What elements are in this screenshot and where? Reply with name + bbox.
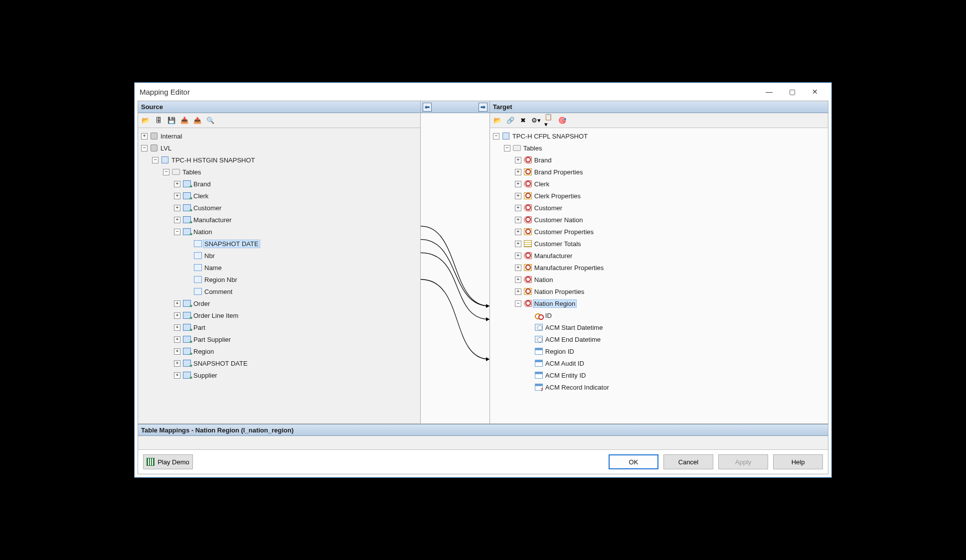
- open-icon[interactable]: 📂: [140, 115, 151, 126]
- map-options-icon[interactable]: ⚙▾: [531, 115, 542, 126]
- mapping-panel: ⬅ ➡: [421, 101, 489, 423]
- tree-node-label: Order: [193, 300, 210, 307]
- help-button[interactable]: Help: [773, 454, 823, 469]
- tree-node-label: Part: [193, 324, 205, 331]
- filter-icon[interactable]: 📋▾: [544, 115, 555, 126]
- unmap-icon[interactable]: ✖: [518, 115, 529, 126]
- tree-node-src-table[interactable]: +Part: [138, 321, 420, 333]
- tree-node-tgt-item[interactable]: +Manufacturer: [490, 250, 828, 262]
- tree-node-label: Customer Nation: [534, 216, 583, 224]
- save-icon[interactable]: 💾: [166, 115, 177, 126]
- tree-node-tables[interactable]: −Tables: [138, 166, 420, 178]
- target-open-icon[interactable]: 📂: [492, 115, 503, 126]
- tree-node-internal[interactable]: +Internal: [138, 130, 420, 142]
- tree-node-src-table[interactable]: +Clerk: [138, 190, 420, 202]
- tree-node-label: Name: [204, 264, 222, 272]
- tree-node-tgt-item[interactable]: +Nation Properties: [490, 285, 828, 297]
- tree-node-label: Supplier: [193, 372, 217, 379]
- target-panel: Target 📂 🔗 ✖ ⚙▾ 📋▾ 🎯 −TPC-H CFPL SNAPSHO…: [490, 101, 828, 423]
- tree-node-target-tables[interactable]: −Tables: [490, 142, 828, 154]
- tree-node-tgt-item[interactable]: +Clerk Properties: [490, 190, 828, 202]
- tree-node-src-table[interactable]: +Manufacturer: [138, 214, 420, 226]
- target-panel-header: Target: [490, 101, 828, 113]
- tree-node-src-column[interactable]: Nbr: [138, 250, 420, 262]
- tree-node-src-column[interactable]: Comment: [138, 285, 420, 297]
- tree-node-src-column[interactable]: Name: [138, 262, 420, 274]
- tree-node-label: Region: [193, 348, 214, 355]
- tree-node-src-column[interactable]: Region Nbr: [138, 274, 420, 285]
- tree-node-label: Manufacturer: [193, 216, 232, 224]
- map-left-button[interactable]: ⬅: [423, 103, 432, 112]
- help-label: Help: [792, 458, 805, 466]
- tree-node-tgt-item[interactable]: +Customer Nation: [490, 214, 828, 226]
- tree-node-label: Clerk Properties: [534, 192, 581, 200]
- tree-node-tgt-item[interactable]: +Nation: [490, 274, 828, 285]
- window-controls: — ▢ ✕: [758, 84, 826, 99]
- mapping-editor-window: Mapping Editor — ▢ ✕ Source 📂 🗄 💾 📥 📤 🔍: [134, 82, 832, 478]
- source-panel: Source 📂 🗄 💾 📥 📤 🔍 +Internal −LVL −TPC-H: [138, 101, 421, 423]
- tree-node-label: Clerk: [193, 192, 208, 200]
- close-button[interactable]: ✕: [804, 84, 826, 99]
- tree-node-src-column[interactable]: SNAPSHOT DATE: [138, 238, 420, 250]
- map-right-button[interactable]: ➡: [479, 103, 487, 112]
- tree-node-tgt-item[interactable]: +Customer: [490, 202, 828, 214]
- target-toolbar: 📂 🔗 ✖ ⚙▾ 📋▾ 🎯: [490, 113, 828, 128]
- tree-node-label: Clerk: [534, 180, 549, 188]
- tree-node-label: ACM End Datetime: [545, 336, 601, 343]
- tree-node-tgt-column[interactable]: ACM Audit ID: [490, 357, 828, 369]
- tree-node-src-table[interactable]: +Supplier: [138, 369, 420, 381]
- tree-node-label: SNAPSHOT DATE: [193, 360, 248, 367]
- tree-node-tgt-item[interactable]: +Customer Properties: [490, 226, 828, 238]
- table-mappings-header: Table Mappings - Nation Region (l_nation…: [138, 424, 828, 436]
- mapping-lines-svg: [421, 113, 489, 423]
- tree-node-label: ACM Audit ID: [545, 360, 584, 367]
- tree-node-tgt-item[interactable]: +Manufacturer Properties: [490, 262, 828, 274]
- cancel-button[interactable]: Cancel: [663, 454, 713, 469]
- tree-node-tgt-item[interactable]: +Brand Properties: [490, 166, 828, 178]
- tree-node-label: Brand: [534, 156, 552, 164]
- tree-node-src-table[interactable]: +SNAPSHOT DATE: [138, 357, 420, 369]
- tree-node-src-table[interactable]: +Order: [138, 297, 420, 309]
- tree-node-tgt-column[interactable]: ACM Entity ID: [490, 369, 828, 381]
- tree-node-src-table[interactable]: +Region: [138, 345, 420, 357]
- tree-node-tgt-column[interactable]: ACM End Datetime: [490, 333, 828, 345]
- maximize-button[interactable]: ▢: [781, 84, 804, 99]
- tree-node-snapshot[interactable]: −TPC-H HSTGIN SNAPSHOT: [138, 154, 420, 166]
- tree-node-tgt-item[interactable]: +Customer Totals: [490, 238, 828, 250]
- minimize-button[interactable]: —: [758, 84, 781, 99]
- tree-node-tgt-column[interactable]: ACM Record Indicator: [490, 381, 828, 393]
- target-tree[interactable]: −TPC-H CFPL SNAPSHOT −Tables +Brand+Bran…: [490, 128, 828, 423]
- table-mappings-body: [138, 436, 828, 450]
- tree-node-src-table[interactable]: +Brand: [138, 178, 420, 190]
- automap-icon[interactable]: 🔗: [505, 115, 516, 126]
- tree-node-src-table[interactable]: +Customer: [138, 202, 420, 214]
- tree-node-label: ACM Record Indicator: [545, 384, 609, 391]
- tree-node-tgt-item[interactable]: +Brand: [490, 154, 828, 166]
- tree-node-label: Manufacturer: [534, 252, 573, 260]
- tree-node-target-snapshot[interactable]: −TPC-H CFPL SNAPSHOT: [490, 130, 828, 142]
- play-demo-button[interactable]: Play Demo: [143, 454, 193, 469]
- tree-node-lvl[interactable]: −LVL: [138, 142, 420, 154]
- tree-node-label: Nation Properties: [534, 288, 584, 295]
- find-icon[interactable]: 🔍: [205, 115, 216, 126]
- import-icon[interactable]: 📥: [179, 115, 190, 126]
- cancel-label: Cancel: [678, 458, 698, 466]
- tree-node-label: ACM Start Datetime: [545, 324, 603, 331]
- tree-node-label: Brand Properties: [534, 168, 583, 176]
- tree-node-label: Order Line Item: [193, 312, 238, 319]
- tree-node-tgt-item[interactable]: +Clerk: [490, 178, 828, 190]
- export-icon[interactable]: 📤: [192, 115, 203, 126]
- source-tree[interactable]: +Internal −LVL −TPC-H HSTGIN SNAPSHOT −T…: [138, 128, 420, 423]
- ok-button[interactable]: OK: [609, 454, 658, 469]
- tree-node-tgt-column[interactable]: Region ID: [490, 345, 828, 357]
- validate-icon[interactable]: 🎯: [557, 115, 568, 126]
- tree-node-tgt-column[interactable]: ACM Start Datetime: [490, 321, 828, 333]
- tree-node-src-table[interactable]: +Part Supplier: [138, 333, 420, 345]
- mapping-lines-area: [421, 113, 489, 423]
- tree-node-tgt-column[interactable]: ID: [490, 309, 828, 321]
- tree-node-src-table[interactable]: +Order Line Item: [138, 309, 420, 321]
- new-db-icon[interactable]: 🗄: [153, 115, 164, 126]
- tree-node-nation-region[interactable]: −Nation Region: [490, 297, 828, 309]
- source-panel-header: Source: [138, 101, 420, 113]
- tree-node-nation[interactable]: −Nation: [138, 226, 420, 238]
